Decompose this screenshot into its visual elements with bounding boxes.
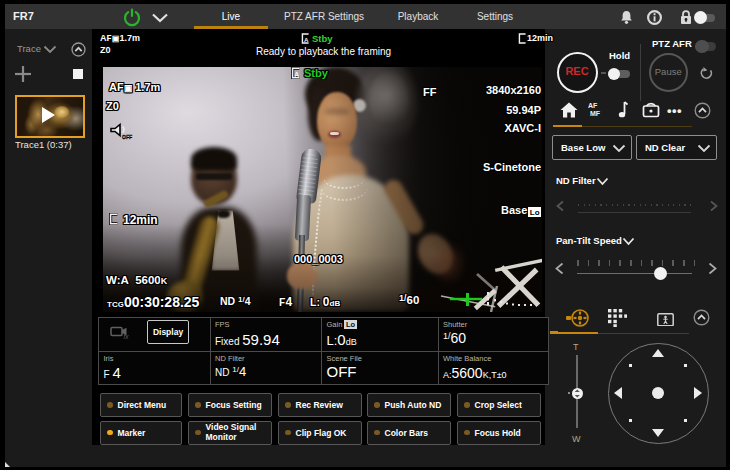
svg-text:A: A <box>294 71 299 78</box>
svg-text:fx: fx <box>124 333 130 340</box>
svg-text:A: A <box>304 36 309 43</box>
svg-text:OFF: OFF <box>122 134 132 140</box>
